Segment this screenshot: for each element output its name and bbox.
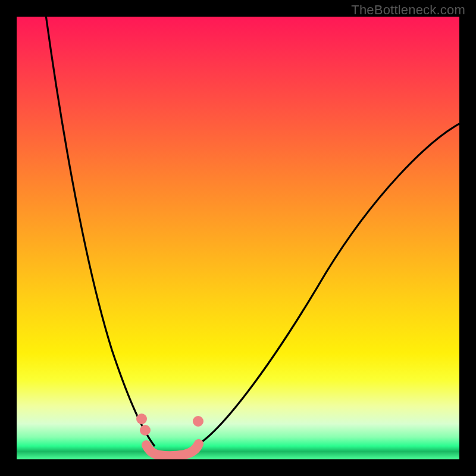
plot-area xyxy=(17,17,459,459)
right-curve xyxy=(195,124,459,446)
left-curve xyxy=(45,17,155,446)
watermark-text: TheBottleneck.com xyxy=(351,2,465,18)
chart-frame: TheBottleneck.com xyxy=(0,0,476,476)
curve-overlay xyxy=(17,17,459,459)
marker-right xyxy=(193,416,203,427)
marker-left-upper xyxy=(136,414,147,424)
marker-left-lower xyxy=(140,425,151,436)
